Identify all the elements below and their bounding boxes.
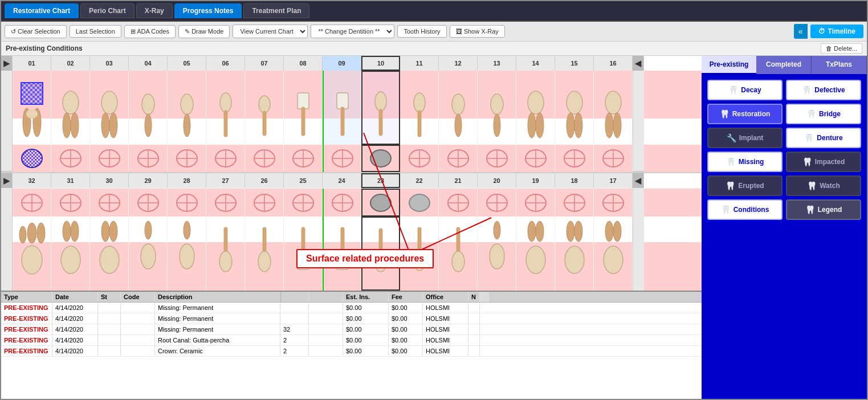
implant-button[interactable]: 🔧 Implant: [707, 128, 783, 148]
tooth-cell-13[interactable]: [478, 71, 516, 145]
tooth-num-18[interactable]: 18: [555, 173, 594, 188]
tooth-cell-09[interactable]: [324, 71, 361, 145]
tooth-num-22[interactable]: 22: [400, 173, 439, 188]
lower-tooth-cell-21[interactable]: [439, 217, 478, 291]
lower-left-arrow[interactable]: ▶: [1, 173, 13, 188]
tooth-cell-12[interactable]: [439, 71, 478, 145]
tab-restorative-chart[interactable]: Restorative Chart: [5, 3, 79, 18]
circle-13[interactable]: [478, 145, 516, 172]
view-current-chart-select[interactable]: View Current Chart: [233, 25, 308, 38]
tooth-num-04[interactable]: 04: [129, 56, 168, 71]
tooth-cell-01[interactable]: [13, 71, 51, 145]
circle-07[interactable]: [245, 145, 284, 172]
tooth-cell-16[interactable]: [594, 71, 633, 145]
tooth-num-27[interactable]: 27: [206, 173, 245, 188]
tooth-cell-04[interactable]: [129, 71, 168, 145]
lower-circle-22[interactable]: [400, 189, 439, 217]
tooth-num-11[interactable]: 11: [400, 56, 439, 71]
lower-tooth-cell-23[interactable]: [361, 217, 400, 291]
draw-mode-button[interactable]: ✎ Draw Mode: [178, 25, 230, 38]
tooth-num-10[interactable]: 10: [361, 56, 400, 71]
lower-circle-21[interactable]: [439, 189, 478, 217]
lower-tooth-cell-30[interactable]: [90, 217, 129, 291]
tab-perio-chart[interactable]: Perio Chart: [80, 3, 135, 18]
circle-14[interactable]: [516, 145, 555, 172]
lower-tooth-cell-28[interactable]: [168, 217, 206, 291]
change-dentition-select[interactable]: ** Change Dentition **: [311, 25, 394, 38]
circle-03[interactable]: [90, 145, 129, 172]
legend-button[interactable]: 🦷 Legend: [786, 199, 861, 220]
tooth-cell-11[interactable]: [400, 71, 439, 145]
tooth-cell-02[interactable]: [51, 71, 90, 145]
tooth-cell-05[interactable]: [168, 71, 206, 145]
upper-right-arrow[interactable]: ◀: [633, 56, 644, 71]
show-xray-button[interactable]: 🖼 Show X-Ray: [450, 25, 505, 38]
lower-right-arrow[interactable]: ◀: [633, 173, 644, 188]
tab-completed[interactable]: Completed: [756, 56, 812, 74]
circle-15[interactable]: [555, 145, 594, 172]
timeline-collapse-button[interactable]: «: [794, 24, 808, 39]
lower-tooth-cell-20[interactable]: [478, 217, 516, 291]
lower-tooth-cell-31[interactable]: [51, 217, 90, 291]
tooth-num-03[interactable]: 03: [90, 56, 129, 71]
lower-tooth-cell-17[interactable]: [594, 217, 633, 291]
denture-button[interactable]: 🦷 Denture: [786, 128, 861, 148]
tab-txplans[interactable]: TxPlans: [812, 56, 867, 74]
tooth-cell-03[interactable]: [90, 71, 129, 145]
restoration-button[interactable]: 🦷 Restoration: [707, 104, 783, 124]
lower-circle-32[interactable]: [13, 189, 51, 217]
tooth-num-01[interactable]: 01: [13, 56, 51, 71]
tooth-num-16[interactable]: 16: [594, 56, 633, 71]
tab-xray[interactable]: X-Ray: [136, 3, 173, 18]
lower-tooth-cell-18[interactable]: [555, 217, 594, 291]
tab-pre-existing[interactable]: Pre-existing: [702, 56, 756, 74]
bridge-button[interactable]: 🦷 Bridge: [786, 104, 861, 124]
tooth-num-14[interactable]: 14: [516, 56, 555, 71]
lower-tooth-cell-29[interactable]: [129, 217, 168, 291]
tooth-num-19[interactable]: 19: [516, 173, 555, 188]
lower-circle-20[interactable]: [478, 189, 516, 217]
watch-button[interactable]: 🦷 Watch: [786, 175, 861, 196]
tooth-num-05[interactable]: 05: [168, 56, 206, 71]
impacted-button[interactable]: 🦷 Impacted: [786, 152, 861, 172]
missing-button[interactable]: 🦷 Missing: [707, 152, 783, 172]
delete-button[interactable]: 🗑 Delete...: [821, 43, 862, 54]
lower-circle-17[interactable]: [594, 189, 633, 217]
table-row[interactable]: PRE-EXISTING 4/14/2020 Missing: Permanen…: [1, 324, 702, 335]
tooth-num-02[interactable]: 02: [51, 56, 90, 71]
lower-circle-27[interactable]: [206, 189, 245, 217]
tooth-num-09[interactable]: 09: [323, 56, 361, 71]
tooth-num-08[interactable]: 08: [284, 56, 323, 71]
lower-circle-26[interactable]: [245, 189, 284, 217]
tooth-num-17[interactable]: 17: [594, 173, 633, 188]
table-row[interactable]: PRE-EXISTING 4/14/2020 Root Canal: Gutta…: [1, 335, 702, 346]
lower-circle-28[interactable]: [168, 189, 206, 217]
tooth-cell-07[interactable]: [245, 71, 284, 145]
lower-circle-30[interactable]: [90, 189, 129, 217]
circle-09[interactable]: [324, 145, 361, 172]
tooth-history-button[interactable]: Tooth History: [397, 25, 446, 38]
clear-selection-button[interactable]: ↺ Clear Selection: [5, 25, 67, 38]
tooth-num-32[interactable]: 32: [13, 173, 51, 188]
tab-treatment-plan[interactable]: Treatment Plan: [243, 3, 309, 18]
lower-tooth-cell-24[interactable]: [324, 217, 361, 291]
lower-tooth-cell-22[interactable]: [400, 217, 439, 291]
tooth-num-31[interactable]: 31: [51, 173, 90, 188]
circle-06[interactable]: [206, 145, 245, 172]
tooth-num-12[interactable]: 12: [439, 56, 478, 71]
tooth-num-25[interactable]: 25: [284, 173, 323, 188]
lower-circle-19[interactable]: [516, 189, 555, 217]
tooth-num-29[interactable]: 29: [129, 173, 168, 188]
tooth-num-13[interactable]: 13: [478, 56, 516, 71]
tooth-num-15[interactable]: 15: [555, 56, 594, 71]
tooth-num-28[interactable]: 28: [168, 173, 206, 188]
table-row[interactable]: PRE-EXISTING 4/14/2020 Crown: Ceramic 2 …: [1, 346, 702, 357]
tooth-num-24[interactable]: 24: [323, 173, 361, 188]
tooth-num-21[interactable]: 21: [439, 173, 478, 188]
circle-02[interactable]: [51, 145, 90, 172]
lower-tooth-cell-19[interactable]: [516, 217, 555, 291]
circle-11[interactable]: [400, 145, 439, 172]
table-row[interactable]: PRE-EXISTING 4/14/2020 Missing: Permanen…: [1, 303, 702, 313]
tooth-cell-15[interactable]: [555, 71, 594, 145]
lower-tooth-cell-32[interactable]: [13, 217, 51, 291]
